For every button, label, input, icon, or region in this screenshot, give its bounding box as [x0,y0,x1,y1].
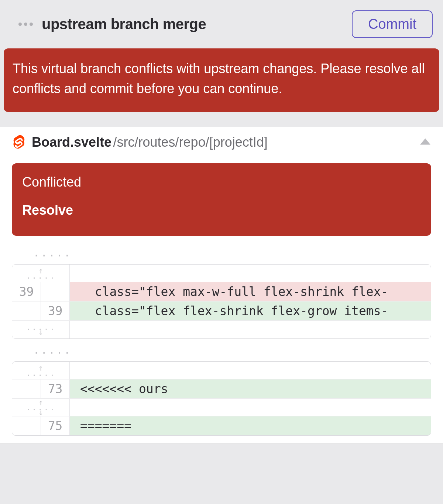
commit-button[interactable]: Commit [352,10,433,38]
diff-line: ↑.....↓ [12,399,431,416]
conflict-alert: This virtual branch conflicts with upstr… [4,48,439,112]
file-header[interactable]: Board.svelte /src/routes/repo/[projectId… [0,127,443,157]
collapse-up-icon[interactable] [420,138,430,146]
diff-code [70,399,431,416]
diff-line: 39 class="flex max-w-full flex-shrink fl… [12,282,431,302]
diff-line: 39 class="flex flex-shrink flex-grow ite… [12,302,431,321]
expand-context-icon[interactable]: ↑..... [12,265,70,282]
gutter-old-line [12,379,41,398]
hunk-separator: ..... [12,242,431,264]
diff-hunk: ↑.....73<<<<<<< ours↑.....↓75======= [12,361,431,436]
diff-line: 75======= [12,416,431,435]
hunk-separator: ..... [12,339,431,361]
file-path: /src/routes/repo/[projectId] [113,134,268,150]
file-section: Board.svelte /src/routes/repo/[projectId… [0,127,443,443]
svelte-file-icon [13,135,25,150]
branch-title: upstream branch merge [42,16,343,33]
file-name: Board.svelte [32,134,111,150]
diff-code [70,321,431,338]
expand-context-icon[interactable]: .....↓ [12,321,70,338]
diff-line: .....↓ [12,321,431,338]
diff-code: class="flex flex-shrink flex-grow items- [70,302,431,320]
gutter-new-line: 39 [41,302,70,320]
diff-hunk: ↑.....39 class="flex max-w-full flex-shr… [12,264,431,339]
diff-line: ↑..... [12,265,431,282]
gutter-new-line [41,282,70,301]
diff-line: 73<<<<<<< ours [12,379,431,399]
diff-code: class="flex max-w-full flex-shrink flex- [70,282,431,301]
expand-context-icon[interactable]: ↑..... [12,362,70,379]
gutter-new-line: 75 [41,416,70,435]
resolve-button[interactable]: Resolve [22,202,421,218]
diff-code: <<<<<<< ours [70,379,431,398]
diff-code [70,362,431,379]
expand-context-icon[interactable]: ↑.....↓ [12,399,70,416]
diff-line: ↑..... [12,362,431,379]
more-icon[interactable] [18,23,33,26]
gutter-old-line: 39 [12,282,41,301]
gutter-old-line [12,302,41,320]
diff-code [70,265,431,282]
gutter-old-line [12,416,41,435]
diff-code: ======= [70,416,431,435]
conflicted-label: Conflicted [22,174,421,190]
gutter-new-line: 73 [41,379,70,398]
conflict-status-box: Conflicted Resolve [12,163,431,236]
